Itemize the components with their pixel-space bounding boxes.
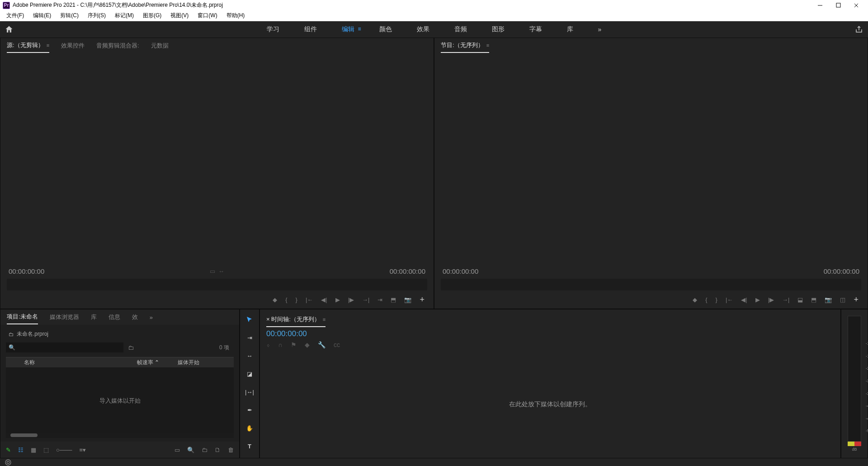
automate-to-sequence-icon[interactable]: ▭ [175, 447, 180, 453]
hand-tool-icon[interactable]: ✋ [244, 423, 255, 433]
export-share-button[interactable] [850, 25, 868, 33]
workspace-tab-graphics[interactable]: 图形 [492, 25, 505, 33]
go-to-out-icon[interactable]: →| [362, 296, 369, 303]
menu-graphics[interactable]: 图形(G) [138, 10, 166, 21]
zoom-slider[interactable]: ○─── [56, 447, 72, 453]
add-marker-icon[interactable]: ⚑ [291, 341, 297, 348]
program-tab[interactable]: 节目:（无序列）≡ [441, 38, 489, 53]
close-button[interactable] [847, 0, 865, 10]
step-back-icon[interactable]: ◀| [741, 296, 747, 303]
menu-edit[interactable]: 编辑(E) [28, 10, 56, 21]
project-tab-project[interactable]: 项目:未命名 [7, 310, 38, 324]
new-bin-icon[interactable]: 🗀 [202, 447, 208, 453]
razor-tool-icon[interactable]: ◪ [244, 368, 255, 379]
caption-track-icon[interactable]: cc [334, 341, 340, 348]
workspace-tab-audio[interactable]: 音频 [454, 25, 467, 33]
project-tab-overflow[interactable]: » [150, 311, 153, 323]
lift-icon[interactable]: ⬓ [797, 296, 803, 303]
timeline-tab[interactable]: × 时间轴:（无序列）≡ [266, 313, 326, 327]
add-marker-icon[interactable]: ◆ [693, 296, 697, 303]
timeline-drop-area[interactable]: 在此处放下媒体以创建序列。 [260, 351, 840, 458]
export-frame-icon[interactable]: 📷 [825, 296, 832, 303]
zoom-icon[interactable]: ↔ [218, 268, 224, 275]
play-icon[interactable]: ▶ [335, 296, 340, 303]
slip-tool-icon[interactable]: |↔| [244, 386, 255, 397]
source-timecode-out[interactable]: 00:00:00:00 [390, 267, 425, 275]
settings-icon[interactable]: 🔧 [318, 341, 326, 348]
menu-clip[interactable]: 剪辑(C) [56, 10, 83, 21]
button-editor-icon[interactable]: + [854, 295, 859, 304]
project-hscroll[interactable] [6, 433, 234, 438]
mark-out-icon[interactable]: } [716, 296, 717, 303]
workspace-tab-learn[interactable]: 学习 [267, 25, 279, 33]
filter-bin-icon[interactable]: 🗀 [128, 344, 134, 351]
column-name[interactable]: 名称 [19, 359, 132, 366]
source-tab-audiomixer[interactable]: 音频剪辑混合器: [96, 39, 139, 52]
icon-view-icon[interactable]: ▦ [31, 447, 36, 453]
add-marker-icon[interactable]: ◆ [273, 296, 277, 303]
type-tool-icon[interactable]: T [244, 441, 255, 452]
home-button[interactable] [0, 25, 18, 34]
project-tab-effects[interactable]: 效 [132, 310, 138, 324]
fit-icon[interactable]: ▭ [210, 268, 215, 275]
project-search-input[interactable] [6, 342, 123, 352]
program-timecode-out[interactable]: 00:00:00:00 [824, 267, 859, 275]
play-icon[interactable]: ▶ [755, 296, 760, 303]
sort-icon[interactable]: ≡▾ [79, 447, 86, 453]
step-forward-icon[interactable]: |▶ [348, 296, 354, 303]
project-tab-libraries[interactable]: 库 [91, 310, 97, 324]
menu-help[interactable]: 帮助(H) [222, 10, 250, 21]
project-tab-mediabrowser[interactable]: 媒体浏览器 [50, 310, 79, 324]
workspace-tab-libraries[interactable]: 库 [567, 25, 573, 33]
program-scrubber[interactable] [441, 279, 861, 290]
pen-tool-icon[interactable]: ✒ [244, 404, 255, 415]
source-tab-metadata[interactable]: 元数据 [151, 39, 169, 52]
timeline-timecode[interactable]: 00:00:00:00 [266, 329, 834, 338]
source-tab-source[interactable]: 源:（无剪辑）≡ [7, 38, 49, 53]
workspace-overflow[interactable]: » [598, 26, 602, 33]
ripple-edit-tool-icon[interactable]: ↔ [244, 350, 255, 361]
comparison-view-icon[interactable]: ◫ [840, 296, 845, 303]
column-framerate[interactable]: 帧速率 ⌃ [132, 359, 173, 366]
workspace-tab-editing[interactable]: 编辑 [342, 25, 354, 33]
workspace-tab-captions[interactable]: 字幕 [529, 25, 542, 33]
step-back-icon[interactable]: ◀| [321, 296, 327, 303]
project-drop-area[interactable]: 导入媒体以开始 [6, 368, 234, 433]
snap-icon[interactable]: ⬨ [266, 341, 270, 348]
linked-selection-icon[interactable]: ∩ [278, 341, 283, 348]
menu-window[interactable]: 窗口(W) [193, 10, 222, 21]
menu-file[interactable]: 文件(F) [2, 10, 28, 21]
new-item-icon[interactable]: 🗋 [215, 447, 221, 453]
minimize-button[interactable] [811, 0, 829, 10]
delete-icon[interactable]: 🗑 [228, 447, 234, 453]
write-toggle-icon[interactable]: ✎ [6, 447, 11, 453]
menu-marker[interactable]: 标记(M) [110, 10, 138, 21]
go-to-out-icon[interactable]: →| [782, 296, 789, 303]
marker-icon[interactable]: ◆ [305, 341, 310, 348]
list-view-icon[interactable]: ☷ [18, 447, 24, 453]
export-frame-icon[interactable]: 📷 [404, 296, 411, 303]
button-editor-icon[interactable]: + [420, 295, 425, 304]
insert-icon[interactable]: ⇥ [377, 296, 382, 303]
mark-out-icon[interactable]: } [296, 296, 297, 303]
source-timecode-in[interactable]: 00:00:00:00 [9, 267, 44, 275]
workspace-tab-effects[interactable]: 效果 [417, 25, 429, 33]
workspace-tab-assembly[interactable]: 组件 [304, 25, 317, 33]
maximize-button[interactable] [829, 0, 847, 10]
selection-tool-icon[interactable] [244, 314, 255, 325]
creative-cloud-icon[interactable] [5, 459, 12, 466]
go-to-in-icon[interactable]: |← [726, 296, 733, 303]
mark-in-icon[interactable]: { [285, 296, 287, 303]
source-scrubber[interactable] [7, 279, 427, 290]
find-icon[interactable]: 🔍 [187, 447, 194, 453]
freeform-view-icon[interactable]: ⬚ [43, 447, 49, 453]
menu-view[interactable]: 视图(V) [166, 10, 193, 21]
menu-sequence[interactable]: 序列(S) [83, 10, 110, 21]
go-to-in-icon[interactable]: |← [306, 296, 313, 303]
overwrite-icon[interactable]: ⬒ [391, 296, 396, 303]
step-forward-icon[interactable]: |▶ [768, 296, 774, 303]
workspace-tab-color[interactable]: 颜色 [379, 25, 392, 33]
extract-icon[interactable]: ⬒ [811, 296, 816, 303]
program-timecode-in[interactable]: 00:00:00:00 [443, 267, 478, 275]
column-mediastart[interactable]: 媒体开始 [173, 359, 204, 366]
